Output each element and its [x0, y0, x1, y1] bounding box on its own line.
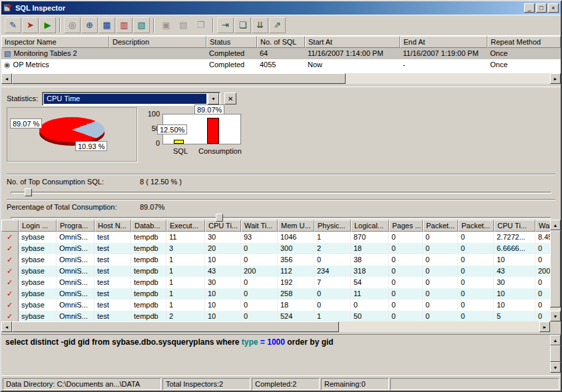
- inspector-row[interactable]: ▧Monitoring Tables 2Completed6411/16/200…: [1, 48, 561, 59]
- column-header-description[interactable]: Description: [109, 36, 206, 48]
- column-header-status[interactable]: Status: [206, 36, 257, 48]
- sql-vscrollbar[interactable]: ▲ ▼: [550, 335, 561, 373]
- results-hscrollbar[interactable]: ◄ ►: [1, 321, 550, 332]
- collect-metrics-icon: ▧: [137, 21, 145, 29]
- inspector-table-body: ▧Monitoring Tables 2Completed6411/16/200…: [1, 48, 561, 73]
- result-row[interactable]: ✓sybaseOmniS...testtempdb130019275400030…: [1, 277, 550, 288]
- scroll-left-button[interactable]: ◄: [1, 321, 12, 332]
- status-panel-1: Total Inspectors:2: [162, 378, 250, 390]
- scroll-right-button[interactable]: ►: [550, 73, 561, 84]
- scroll-thumb[interactable]: [550, 230, 561, 307]
- export-results-button[interactable]: ⇥: [217, 17, 234, 33]
- new-inspector-button[interactable]: ✎: [5, 17, 21, 33]
- result-row[interactable]: ✓sybaseOmniS...testtempdb11001800000100: [1, 299, 550, 311]
- check-icon: ✓: [7, 312, 13, 320]
- scroll-track[interactable]: [12, 321, 539, 332]
- open-inspector-button[interactable]: ➤: [22, 17, 39, 33]
- scroll-thumb[interactable]: [12, 73, 346, 84]
- column-header-inspector-name[interactable]: Inspector Name: [1, 36, 109, 48]
- column-header-start-at[interactable]: Start At: [305, 36, 400, 48]
- result-row[interactable]: ✓sybaseOmniS...testtempdb210052415000050: [1, 311, 550, 321]
- inspector-row[interactable]: ◉OP MetricsCompleted4055Now-Once: [1, 59, 561, 71]
- top-sql-slider-thumb[interactable]: [25, 188, 32, 196]
- sql-bar-value-label: 12.50%: [157, 124, 187, 134]
- collect-metrics-button[interactable]: ▧: [133, 17, 150, 33]
- scroll-right-button[interactable]: ►: [539, 321, 550, 332]
- column-header-repeat-method[interactable]: Repeat Method: [487, 36, 561, 48]
- column-header-end-at[interactable]: End At: [400, 36, 487, 48]
- scroll-thumb[interactable]: [550, 345, 561, 362]
- toolbar-group: ▣▤❐: [158, 17, 209, 33]
- mem-u-cell: 1046: [278, 232, 314, 243]
- consumption-value: 89.07%: [140, 202, 164, 212]
- row-select-cell[interactable]: ✓: [1, 232, 19, 243]
- result-row[interactable]: ✓sybaseOmniS...testtempdb143200112234318…: [1, 266, 550, 277]
- status-panel-fill: [390, 378, 559, 390]
- datab-cell: tempdb: [131, 243, 166, 254]
- result-row[interactable]: ✓sybaseOmniS...testtempdb110035603800010…: [1, 254, 550, 266]
- sql-text[interactable]: select distinct -gid gid from sybase.dbo…: [1, 335, 550, 373]
- logical-cell: 11: [351, 288, 389, 299]
- scroll-track[interactable]: [12, 73, 550, 84]
- scroll-down-button[interactable]: ▼: [550, 362, 561, 373]
- scroll-left-button[interactable]: ◄: [1, 73, 12, 84]
- row-select-cell[interactable]: ✓: [1, 311, 19, 321]
- pie-graphic: [39, 117, 105, 142]
- column-header-no-of-sql[interactable]: No. of SQL: [257, 36, 305, 48]
- title-bar[interactable]: SQL Inspector _ □ ×: [1, 1, 561, 15]
- view-grid-button[interactable]: ▦: [99, 17, 115, 33]
- schedule-button[interactable]: ▥: [116, 17, 133, 33]
- result-row[interactable]: ✓sybaseOmniS...testtempdb113093104618700…: [1, 232, 550, 243]
- scroll-down-button[interactable]: ▼: [550, 311, 561, 321]
- toolbar: ✎➤▶◎⊕▦▥▧▣▤❐⇥❏⇊⇗: [1, 15, 561, 36]
- minimize-button[interactable]: _: [524, 3, 535, 13]
- top-sql-value: 8 ( 12.50 % ): [140, 176, 182, 187]
- wait-cell: 0: [535, 254, 550, 266]
- cpu-ti-cell: 10: [205, 299, 241, 311]
- statistics-dropdown[interactable]: CPU Time ▼: [42, 92, 220, 106]
- close-button[interactable]: ×: [548, 3, 559, 13]
- scroll-track[interactable]: [550, 345, 561, 362]
- results-vscrollbar[interactable]: ▲ ▼: [550, 220, 561, 321]
- packet-cell: 0: [423, 299, 458, 311]
- abort-inspector-button[interactable]: ◎: [64, 17, 81, 33]
- consumption-slider-thumb[interactable]: [216, 214, 223, 222]
- row-select-cell[interactable]: ✓: [1, 254, 19, 266]
- scroll-up-button[interactable]: ▲: [550, 335, 561, 345]
- progra-cell: OmniS...: [57, 288, 95, 299]
- datab-cell: tempdb: [131, 288, 166, 299]
- run-inspector-button[interactable]: ▶: [39, 17, 56, 33]
- statistics-label: Statistics:: [7, 95, 38, 102]
- result-row[interactable]: ✓sybaseOmniS...testtempdb32003002180006.…: [1, 243, 550, 254]
- row-select-cell[interactable]: ✓: [1, 288, 19, 299]
- scroll-track[interactable]: [550, 230, 561, 311]
- result-row[interactable]: ✓sybaseOmniS...testtempdb110025801100010…: [1, 288, 550, 299]
- copy-results-button[interactable]: ❏: [234, 17, 251, 33]
- row-select-cell[interactable]: ✓: [1, 277, 19, 288]
- save-results-button[interactable]: ⇊: [252, 17, 268, 33]
- maximize-button[interactable]: □: [536, 3, 547, 13]
- execut-cell: 1: [166, 288, 205, 299]
- close-statistics-button[interactable]: ✕: [224, 93, 236, 104]
- bar-chart: 100 50 0 12.50% 89.07% SQL Consumption: [144, 106, 264, 172]
- row-select-cell[interactable]: ✓: [1, 243, 19, 254]
- statistics-selected-value: CPU Time: [44, 94, 206, 104]
- execut-cell: 3: [166, 243, 205, 254]
- inspector-hscrollbar[interactable]: ◄ ►: [1, 73, 561, 84]
- consumption-slider[interactable]: [8, 212, 554, 223]
- sql-token: sybase.dbo.sysqueryplans: [110, 337, 216, 347]
- add-database-button[interactable]: ⊕: [81, 17, 98, 33]
- report-results-button[interactable]: ⇗: [269, 17, 286, 33]
- datab-cell: tempdb: [131, 277, 166, 288]
- sql-token: type: [242, 337, 258, 347]
- dropdown-arrow-button[interactable]: ▼: [208, 93, 219, 104]
- toolbar-separator: [212, 18, 214, 33]
- row-select-cell[interactable]: ✓: [1, 299, 19, 311]
- consumption-label: Percentage of Total Consumption:: [7, 202, 140, 212]
- login-cell: sybase: [19, 254, 57, 266]
- scroll-thumb[interactable]: [12, 321, 339, 332]
- arrow-down-icon: ▼: [553, 365, 558, 370]
- row-select-cell[interactable]: ✓: [1, 266, 19, 277]
- top-sql-slider[interactable]: [8, 187, 554, 198]
- sql-token: select: [5, 337, 28, 347]
